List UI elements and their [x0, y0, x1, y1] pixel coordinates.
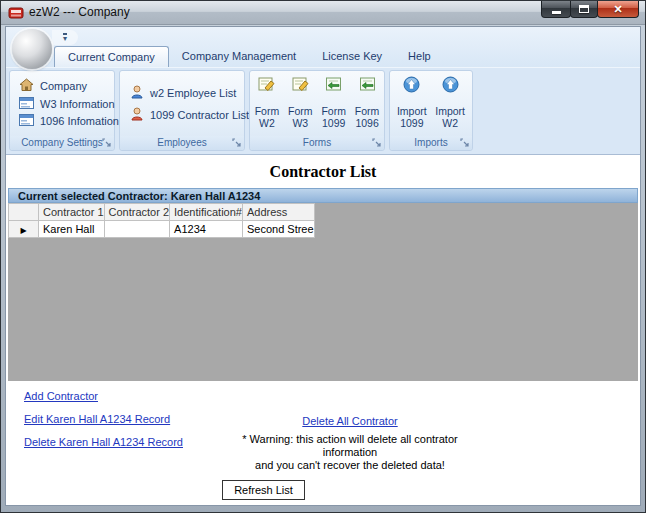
contractor-table: Contractor 1 Contractor 2 Identification…: [8, 203, 315, 238]
group-label: Employees: [157, 137, 206, 148]
qat-dropdown-icon: ▾: [63, 33, 67, 42]
dialog-launcher-icon[interactable]: [460, 138, 470, 148]
dialog-launcher-icon[interactable]: [102, 138, 112, 148]
ribbon-item-label: 1099: [400, 117, 423, 129]
cell-contractor2[interactable]: [104, 221, 170, 238]
ribbon-item-label: Form: [288, 105, 313, 117]
header-contractor2[interactable]: Contractor 2: [104, 204, 170, 221]
ribbon-item-label: 1099 Contractor List: [150, 109, 249, 121]
ribbon: Company W3 Information 1096 Infomation C…: [6, 67, 640, 155]
form-arrows-icon: [324, 76, 343, 95]
import-icon: [403, 76, 420, 95]
tab-license-key[interactable]: License Key: [309, 46, 395, 67]
page-content: Contractor List Current selected Contrac…: [6, 155, 640, 505]
ribbon-item-form-1099[interactable]: Form 1099: [317, 76, 350, 129]
refresh-list-button[interactable]: Refresh List: [222, 480, 305, 500]
close-icon: ✕: [613, 3, 622, 16]
maximize-button[interactable]: [570, 1, 598, 18]
app-window: ezW2 --- Company ✕ ▾ Current Company Com…: [0, 0, 646, 513]
ribbon-item-w3-information[interactable]: W3 Information: [19, 97, 110, 111]
row-selector-icon: ▶: [20, 226, 26, 235]
group-label: Company Settings: [21, 137, 103, 148]
window-controls: ✕: [542, 1, 639, 18]
group-label: Imports: [414, 137, 447, 148]
header-selector-cell[interactable]: [9, 204, 39, 221]
delete-all-contractor-link[interactable]: Delete All Contrator: [302, 415, 397, 427]
tab-company-management[interactable]: Company Management: [169, 46, 309, 67]
warning-line-1: * Warning: this action will delete all c…: [224, 433, 476, 459]
warning-line-2: and you can't recover the deleted data!: [224, 459, 476, 472]
ribbon-item-import-1099[interactable]: Import 1099: [395, 76, 428, 129]
ribbon-item-form-w2[interactable]: Form W2: [250, 76, 283, 129]
person-red-icon: [130, 107, 144, 123]
selected-contractor-bar: Current selected Contractor: Karen Hall …: [8, 188, 638, 203]
tab-help[interactable]: Help: [395, 46, 444, 67]
group-title-company-settings: Company Settings: [10, 136, 114, 150]
ribbon-item-label: W2: [442, 117, 458, 129]
minimize-icon: [552, 11, 561, 14]
application-orb-button[interactable]: [12, 29, 52, 69]
form-arrows-icon: [358, 76, 377, 95]
ribbon-item-label: W2: [259, 117, 275, 129]
form-window-icon: [19, 114, 34, 128]
ribbon-item-1099-contractor-list[interactable]: 1099 Contractor List: [130, 107, 240, 123]
cell-identification[interactable]: A1234: [170, 221, 243, 238]
quick-access-toolbar[interactable]: ▾: [52, 30, 78, 45]
form-edit-icon: [257, 76, 276, 95]
row-selector-cell[interactable]: ▶: [9, 221, 39, 238]
header-address[interactable]: Address: [242, 204, 314, 221]
maximize-icon: [579, 5, 589, 13]
table-header-row: Contractor 1 Contractor 2 Identification…: [9, 204, 315, 221]
ribbon-item-1096-infomation[interactable]: 1096 Infomation: [19, 114, 110, 128]
form-edit-icon: [291, 76, 310, 95]
tab-current-company[interactable]: Current Company: [54, 46, 169, 67]
ribbon-group-imports: Import 1099 Import W2 Imports: [389, 70, 473, 151]
dialog-launcher-icon[interactable]: [372, 138, 382, 148]
ribbon-item-form-1096[interactable]: Form 1096: [351, 76, 384, 129]
cell-address[interactable]: Second Stree: [242, 221, 314, 238]
ribbon-item-label: 1096: [355, 117, 378, 129]
delete-record-link[interactable]: Delete Karen Hall A1234 Record: [24, 436, 183, 448]
ribbon-item-label: Form: [255, 105, 280, 117]
person-blue-icon: [130, 85, 144, 101]
warning-text: * Warning: this action will delete all c…: [224, 433, 476, 472]
app-icon: [8, 5, 24, 21]
ribbon-item-company[interactable]: Company: [19, 78, 110, 94]
dialog-launcher-icon[interactable]: [232, 138, 242, 148]
close-button[interactable]: ✕: [597, 1, 639, 18]
ribbon-item-label: W3 Information: [40, 98, 115, 110]
group-title-employees: Employees: [120, 136, 244, 150]
ribbon-group-forms: Form W2 Form W3 Form 1099: [249, 70, 385, 151]
company-icon: [19, 78, 34, 94]
edit-record-link[interactable]: Edit Karen Hall A1234 Record: [24, 413, 170, 425]
delete-all-section: Delete All Contrator * Warning: this act…: [224, 411, 476, 472]
ribbon-item-label: 1096 Infomation: [40, 115, 119, 127]
ribbon-item-import-w2[interactable]: Import W2: [434, 76, 467, 129]
window-title: ezW2 --- Company: [29, 5, 130, 19]
ribbon-item-w2-employee-list[interactable]: w2 Employee List: [130, 85, 240, 101]
import-icon: [442, 76, 459, 95]
minimize-button[interactable]: [541, 1, 571, 18]
ribbon-item-label: W3: [292, 117, 308, 129]
header-identification[interactable]: Identification#: [170, 204, 243, 221]
header-contractor1[interactable]: Contractor 1: [39, 204, 105, 221]
group-title-forms: Forms: [250, 136, 384, 150]
cell-contractor1[interactable]: Karen Hall: [39, 221, 105, 238]
title-bar[interactable]: ezW2 --- Company ✕: [1, 1, 645, 25]
ribbon-tab-strip: Current Company Company Management Licen…: [54, 46, 444, 67]
client-area: ▾ Current Company Company Management Lic…: [5, 26, 641, 506]
group-title-imports: Imports: [390, 136, 472, 150]
add-contractor-link[interactable]: Add Contractor: [24, 390, 98, 402]
ribbon-group-employees: w2 Employee List 1099 Contractor List Em…: [119, 70, 245, 151]
ribbon-group-company-settings: Company W3 Information 1096 Infomation C…: [9, 70, 115, 151]
table-row[interactable]: ▶ Karen Hall A1234 Second Stree: [9, 221, 315, 238]
grid-background: Contractor 1 Contractor 2 Identification…: [8, 203, 638, 381]
ribbon-item-label: w2 Employee List: [150, 87, 236, 99]
ribbon-tab-row: ▾ Current Company Company Management Lic…: [6, 27, 640, 67]
page-title: Contractor List: [6, 163, 640, 181]
ribbon-item-label: 1099: [322, 117, 345, 129]
ribbon-item-label: Import: [397, 105, 427, 117]
ribbon-item-form-w3[interactable]: Form W3: [284, 76, 317, 129]
ribbon-item-label: Company: [40, 80, 87, 92]
ribbon-item-label: Form: [321, 105, 346, 117]
